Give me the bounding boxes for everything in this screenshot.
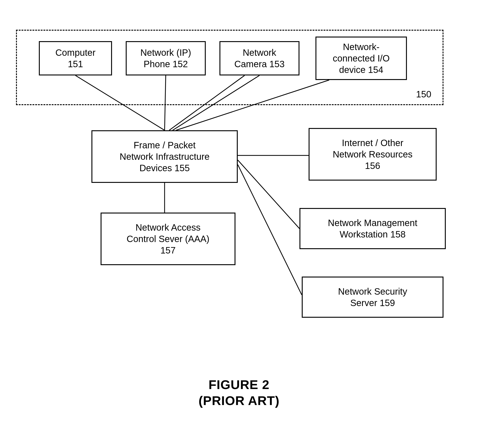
svg-line-6 [238, 160, 299, 229]
aaa-line2: Control Sever (AAA) [127, 234, 209, 244]
iodevice-line2: connected I/O [333, 53, 390, 63]
infra-line3: Devices 155 [139, 163, 190, 173]
box-aaa: Network Access Control Sever (AAA) 157 [101, 213, 235, 265]
security-line1: Network Security [338, 286, 407, 297]
aaa-line3: 157 [160, 245, 176, 255]
iodevice-line3: device 154 [339, 65, 383, 75]
internet-line3: 156 [365, 161, 380, 171]
security-line2: Server 159 [350, 298, 395, 308]
box-internet: Internet / Other Network Resources 156 [309, 128, 437, 181]
infra-line1: Frame / Packet [133, 140, 195, 150]
internet-line1: Internet / Other [342, 138, 403, 148]
aaa-line1: Network Access [136, 222, 201, 233]
internet-line2: Network Resources [333, 149, 412, 159]
box-security: Network Security Server 159 [302, 277, 443, 318]
camera-line2: Camera 153 [234, 59, 285, 69]
figure-caption-line2: (PRIOR ART) [0, 393, 478, 408]
box-ip-phone: Network (IP) Phone 152 [126, 41, 206, 76]
box-computer: Computer 151 [39, 41, 112, 76]
computer-line1: Computer [55, 48, 95, 58]
diagram-canvas: 150 Computer 151 Network (IP) Phone 152 … [0, 0, 478, 448]
box-io-device: Network- connected I/O device 154 [315, 37, 407, 80]
figure-caption-line1: FIGURE 2 [0, 377, 478, 392]
ipphone-line2: Phone 152 [144, 59, 188, 69]
mgmt-line1: Network Management [328, 218, 417, 228]
camera-line1: Network [243, 48, 276, 58]
infra-line2: Network Infrastructure [120, 151, 209, 162]
group-150-label: 150 [416, 89, 431, 99]
iodevice-line1: Network- [343, 42, 379, 52]
box-mgmt: Network Management Workstation 158 [299, 208, 446, 249]
computer-line2: 151 [68, 59, 83, 69]
box-camera: Network Camera 153 [220, 41, 299, 76]
svg-line-7 [238, 164, 302, 295]
box-infrastructure: Frame / Packet Network Infrastructure De… [91, 130, 238, 183]
ipphone-line1: Network (IP) [140, 48, 191, 58]
mgmt-line2: Workstation 158 [340, 229, 406, 239]
